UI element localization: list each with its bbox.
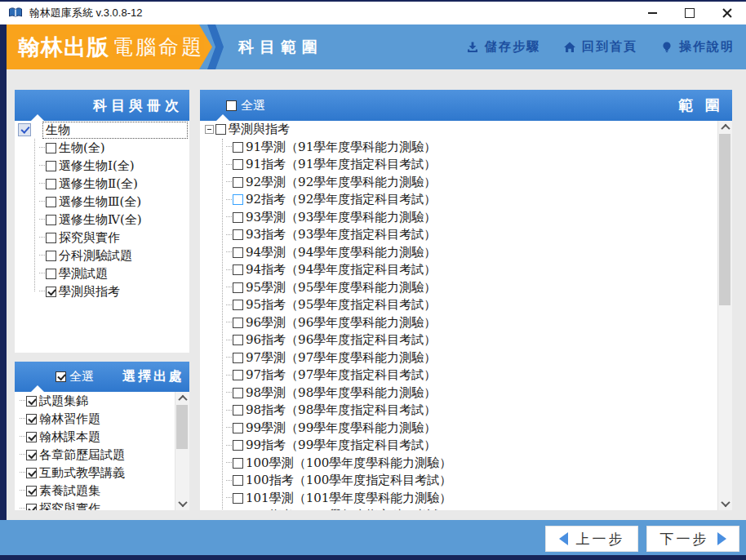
tree-item-label[interactable]: 97指考（97學年度指定科目考試）: [246, 367, 436, 383]
subject-tree-item[interactable]: 探究與實作: [39, 229, 189, 247]
checkbox[interactable]: [233, 300, 243, 310]
subject-tree-item[interactable]: 學測與指考: [39, 282, 189, 300]
subject-root-item[interactable]: 生物: [15, 121, 189, 139]
source-list-item[interactable]: 素養試題集: [15, 482, 189, 500]
source-list-item[interactable]: 各章節歷屆試題: [15, 446, 189, 464]
tree-item-label[interactable]: 97學測（97學年度學科能力測驗）: [246, 350, 436, 366]
scroll-down-button[interactable]: [175, 497, 189, 510]
range-root-item[interactable]: 學測與指考: [200, 121, 732, 139]
tree-item-label[interactable]: 探究與實作: [59, 230, 120, 246]
scroll-down-button[interactable]: [718, 497, 732, 510]
range-root-label[interactable]: 學測與指考: [229, 122, 290, 137]
checkbox[interactable]: [46, 179, 56, 189]
tree-item-label[interactable]: 100學測（100學年度學科能力測驗）: [246, 456, 451, 471]
checkbox[interactable]: [26, 414, 37, 424]
checkbox[interactable]: [46, 215, 56, 225]
checkbox[interactable]: [233, 493, 243, 504]
select-all-checkbox[interactable]: [226, 100, 237, 111]
range-tree-item[interactable]: 99學測（99學年度學科能力測驗）: [226, 420, 732, 438]
source-list-item[interactable]: 翰林習作題: [15, 410, 189, 428]
checkbox[interactable]: [233, 353, 243, 363]
checkbox[interactable]: [26, 468, 37, 478]
tree-item-label[interactable]: 95指考（95學年度指定科目考試）: [246, 297, 436, 313]
tree-item-label[interactable]: 100指考（100學年度指定科目考試）: [246, 473, 451, 488]
previous-step-button[interactable]: 上一步: [545, 526, 638, 552]
range-tree-item[interactable]: 97學測（97學年度學科能力測驗）: [226, 349, 732, 367]
next-step-button[interactable]: 下一步: [646, 526, 739, 552]
list-item-label[interactable]: 試題集錦: [39, 393, 88, 409]
checkbox[interactable]: [18, 123, 31, 136]
tree-item-label[interactable]: 101指考（101學年度指定科目考試）: [246, 508, 451, 510]
checkbox[interactable]: [26, 450, 37, 460]
scroll-up-button[interactable]: [175, 392, 189, 405]
range-tree-item[interactable]: 95學測（95學年度學科能力測驗）: [226, 279, 732, 297]
checkbox[interactable]: [233, 405, 243, 416]
checkbox[interactable]: [46, 143, 56, 153]
tree-item-label[interactable]: 學測與指考: [59, 284, 120, 300]
subject-tree-item[interactable]: 分科測驗試題: [39, 247, 189, 264]
tree-item-label[interactable]: 92指考（92學年度指定科目考試）: [246, 192, 436, 207]
tree-item-label[interactable]: 生物(全): [59, 140, 105, 156]
source-list-item[interactable]: 翰林課本題: [15, 428, 189, 446]
select-all-label[interactable]: 全選: [69, 369, 94, 384]
checkbox[interactable]: [26, 486, 37, 496]
checkbox[interactable]: [233, 440, 243, 451]
tree-item-label[interactable]: 101學測（101學年度學科能力測驗）: [246, 491, 451, 506]
checkbox[interactable]: [233, 388, 243, 398]
maximize-button[interactable]: [671, 2, 708, 24]
tree-item-label[interactable]: 91指考（91學年度指定科目考試）: [246, 157, 436, 172]
select-all-checkbox[interactable]: [56, 371, 66, 382]
tree-item-label[interactable]: 96學測（96學年度學科能力測驗）: [246, 315, 436, 331]
range-tree-item[interactable]: 98學測（98學年度學科能力測驗）: [226, 384, 732, 402]
checkbox[interactable]: [46, 287, 56, 297]
range-tree-item[interactable]: 99指考（99學年度指定科目考試）: [226, 437, 732, 455]
tree-item-label[interactable]: 93指考（93學年度指定科目考試）: [246, 227, 436, 242]
subject-tree-item[interactable]: 生物(全): [39, 139, 189, 157]
home-button[interactable]: 回到首頁: [563, 39, 637, 55]
source-list-item[interactable]: 互動式教學講義: [15, 464, 189, 482]
range-tree-item[interactable]: 92學測（92學年度學科能力測驗）: [226, 174, 732, 192]
list-item-label[interactable]: 翰林課本題: [39, 429, 100, 445]
checkbox[interactable]: [233, 247, 243, 258]
range-tree-item[interactable]: 94指考（94學年度指定科目考試）: [226, 261, 732, 279]
checkbox[interactable]: [233, 318, 243, 328]
tree-item-label[interactable]: 96指考（96學年度指定科目考試）: [246, 332, 436, 348]
range-tree-item[interactable]: 101學測（101學年度學科能力測驗）: [226, 490, 732, 508]
subject-tree-item[interactable]: 選修生物Ⅳ(全): [39, 211, 189, 229]
range-tree-item[interactable]: 92指考（92學年度指定科目考試）: [226, 191, 732, 209]
tree-item-label[interactable]: 91學測（91學年度學科能力測驗）: [246, 140, 436, 155]
range-tree-item[interactable]: 91指考（91學年度指定科目考試）: [226, 156, 732, 174]
minimize-button[interactable]: [633, 2, 671, 24]
tree-item-label[interactable]: 98指考（98學年度指定科目考試）: [246, 402, 436, 418]
range-tree-item[interactable]: 98指考（98學年度指定科目考試）: [226, 402, 732, 420]
checkbox[interactable]: [233, 335, 243, 345]
checkbox[interactable]: [26, 504, 37, 511]
checkbox[interactable]: [26, 432, 37, 442]
checkbox[interactable]: [233, 229, 243, 240]
checkbox[interactable]: [233, 177, 243, 188]
tree-item-label[interactable]: 98學測（98學年度學科能力測驗）: [246, 385, 436, 401]
range-scrollbar[interactable]: [717, 121, 732, 510]
checkbox[interactable]: [233, 159, 243, 170]
tree-item-label[interactable]: 選修生物Ⅱ(全): [59, 176, 138, 192]
range-select-all[interactable]: 全選: [226, 98, 265, 113]
collapse-icon[interactable]: [205, 125, 214, 134]
tree-item-label[interactable]: 94學測（94學年度學科能力測驗）: [246, 245, 436, 260]
tree-item-label[interactable]: 93學測（93學年度學科能力測驗）: [246, 210, 436, 225]
checkbox[interactable]: [26, 396, 37, 407]
checkbox[interactable]: [233, 212, 243, 223]
tree-item-label[interactable]: 99學測（99學年度學科能力測驗）: [246, 420, 436, 436]
checkbox[interactable]: [233, 423, 243, 433]
tree-item-label[interactable]: 選修生物Ⅳ(全): [59, 212, 142, 228]
checkbox[interactable]: [233, 264, 243, 275]
checkbox[interactable]: [233, 194, 243, 205]
checkbox[interactable]: [233, 458, 243, 469]
source-list-item[interactable]: 試題集錦: [15, 392, 189, 410]
checkbox[interactable]: [46, 251, 56, 261]
list-item-label[interactable]: 探究與實作: [39, 501, 100, 511]
subject-root-label[interactable]: 生物: [42, 122, 188, 139]
range-tree-item[interactable]: 94學測（94學年度學科能力測驗）: [226, 244, 732, 262]
tree-item-label[interactable]: 94指考（94學年度指定科目考試）: [246, 262, 436, 278]
range-tree-item[interactable]: 91學測（91學年度學科能力測驗）: [226, 139, 732, 157]
save-steps-button[interactable]: 儲存步驟: [466, 39, 540, 55]
